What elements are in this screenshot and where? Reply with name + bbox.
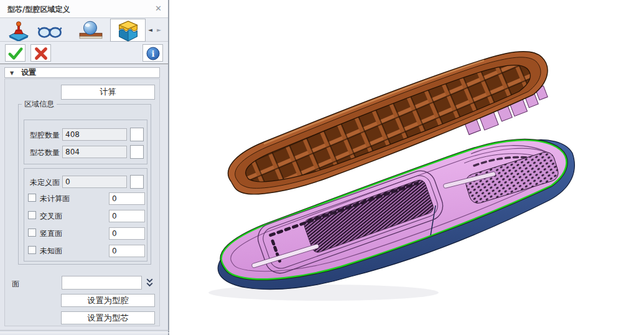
vertical-face-label: 竖直面 [40,229,62,239]
confirm-bar: i [0,42,168,65]
double-chevron-down-icon [146,278,154,287]
region-info-group: 区域信息 型腔数量 型芯数量 未定义面 [18,104,151,265]
core-cavity-tool-tab[interactable] [110,19,146,42]
close-icon[interactable]: ✕ [155,4,162,14]
core-cavity-panel: 型芯/型腔区域定义 ✕ [0,0,169,335]
settings-section-header[interactable]: ▼ 设置 [4,67,160,78]
expand-list-button[interactable] [144,277,154,288]
panel-titlebar: 型芯/型腔区域定义 ✕ [0,0,168,18]
set-as-core-button[interactable]: 设置为型芯 [61,311,155,324]
unknown-face-field[interactable] [109,245,145,257]
region-info-title: 区域信息 [22,99,57,110]
uncalculated-face-label: 未计算面 [40,194,70,204]
panel-bottom-divider [0,330,169,333]
core-count-field[interactable] [62,146,127,158]
uncalculated-face-field[interactable] [109,192,145,205]
viewport-3d[interactable] [169,0,644,335]
faces-box: 未定义面 未计算面 交叉面 竖直面 未知面 [24,168,147,262]
settings-content: 计算 区域信息 型腔数量 型芯数量 未定义面 [4,78,160,326]
unknown-face-label: 未知面 [40,246,62,257]
undefined-color-swatch[interactable] [130,175,144,189]
core-color-swatch[interactable] [130,145,144,159]
cross-face-checkbox[interactable] [28,211,36,219]
vertical-face-field[interactable] [109,227,145,240]
help-button[interactable]: i [142,44,163,62]
svg-text:i: i [151,49,154,59]
cross-face-label: 交叉面 [40,211,62,222]
prev-arrow-icon[interactable]: ◄ [148,26,152,34]
app-window: { "window": { "title": "型芯/型腔区域定义", "clo… [0,0,644,335]
vertical-face-checkbox[interactable] [28,229,36,237]
uncalculated-face-checkbox[interactable] [28,194,36,202]
next-arrow-icon[interactable]: ► [157,26,161,34]
info-icon: i [146,46,161,61]
cross-face-field[interactable] [109,210,145,222]
collapse-triangle-icon: ▼ [10,68,14,78]
panel-title: 型芯/型腔区域定义 [7,4,70,15]
cavity-color-swatch[interactable] [130,128,144,141]
x-icon [33,46,49,61]
calculate-button[interactable]: 计算 [61,85,155,100]
check-icon [7,46,24,61]
undefined-face-field[interactable] [62,176,127,188]
panel-toolbar: ◄ ► [0,18,168,42]
stamp-tool-icon[interactable] [5,20,32,41]
face-input[interactable] [62,276,142,290]
cavity-count-field[interactable] [62,128,127,141]
unknown-face-checkbox[interactable] [28,246,36,254]
set-as-cavity-button[interactable]: 设置为型腔 [61,294,155,307]
settings-header-label: 设置 [21,68,36,77]
ok-button[interactable] [5,44,26,62]
undefined-face-label: 未定义面 [30,177,60,188]
core-cavity-box-icon [116,20,140,42]
sphere-parting-tool-icon[interactable] [77,20,105,41]
counts-box: 型腔数量 型芯数量 [24,120,147,164]
cancel-button[interactable] [30,44,51,62]
cavity-count-label: 型腔数量 [30,130,60,141]
face-label: 面 [12,279,19,290]
core-count-label: 型芯数量 [30,148,60,158]
